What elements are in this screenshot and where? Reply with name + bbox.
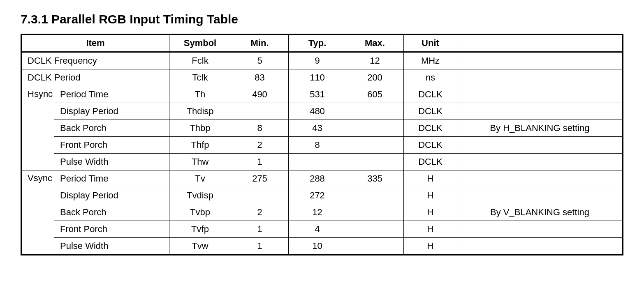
cell-max <box>346 120 404 137</box>
cell-note: By V_BLANKING setting <box>457 204 623 221</box>
cell-min: 1 <box>231 221 289 238</box>
table-row: HsyncPeriod TimeTh490531605DCLK <box>21 86 623 103</box>
cell-typ: 8 <box>289 137 346 154</box>
table-header-row: Item Symbol Min. Typ. Max. Unit <box>21 35 623 52</box>
cell-symbol: Thw <box>169 154 231 170</box>
table-row: Pulse WidthTvw110H <box>21 238 623 255</box>
table-row: Display PeriodTvdisp272H <box>21 187 623 204</box>
cell-note <box>457 187 623 204</box>
table-row: Front PorchThfp28DCLK <box>21 137 623 154</box>
cell-note <box>457 238 623 255</box>
cell-unit: MHz <box>404 52 457 69</box>
col-note <box>457 35 623 52</box>
cell-symbol: Thbp <box>169 120 231 137</box>
cell-note: By H_BLANKING setting <box>457 120 623 137</box>
cell-typ: 531 <box>289 86 346 103</box>
col-symbol: Symbol <box>169 35 231 52</box>
cell-max: 335 <box>346 170 404 187</box>
cell-max: 200 <box>346 69 404 86</box>
cell-min: 1 <box>231 238 289 255</box>
cell-item: Front Porch <box>54 137 169 154</box>
cell-typ: 110 <box>289 69 346 86</box>
cell-min <box>231 103 289 120</box>
cell-symbol: Th <box>169 86 231 103</box>
table-row: Pulse WidthThw1DCLK <box>21 154 623 170</box>
cell-symbol: Tvdisp <box>169 187 231 204</box>
cell-note <box>457 170 623 187</box>
cell-max <box>346 238 404 255</box>
cell-item: Period Time <box>54 86 169 103</box>
cell-max <box>346 103 404 120</box>
cell-unit: H <box>404 204 457 221</box>
cell-note <box>457 137 623 154</box>
cell-symbol: Tvbp <box>169 204 231 221</box>
cell-typ: 272 <box>289 187 346 204</box>
timing-table: Item Symbol Min. Typ. Max. Unit DCLK Fre… <box>21 34 623 255</box>
cell-item: Back Porch <box>54 120 169 137</box>
cell-symbol: Tclk <box>169 69 231 86</box>
table-row: Front PorchTvfp14H <box>21 221 623 238</box>
cell-max <box>346 137 404 154</box>
col-max: Max. <box>346 35 404 52</box>
col-unit: Unit <box>404 35 457 52</box>
cell-symbol: Tvw <box>169 238 231 255</box>
col-item: Item <box>21 35 169 52</box>
cell-group: Vsync <box>21 170 54 255</box>
cell-typ <box>289 154 346 170</box>
cell-unit: H <box>404 170 457 187</box>
cell-item: Pulse Width <box>54 154 169 170</box>
cell-typ: 43 <box>289 120 346 137</box>
cell-unit: DCLK <box>404 120 457 137</box>
cell-symbol: Tv <box>169 170 231 187</box>
cell-typ: 9 <box>289 52 346 69</box>
table-row: VsyncPeriod TimeTv275288335H <box>21 170 623 187</box>
col-min: Min. <box>231 35 289 52</box>
cell-note <box>457 86 623 103</box>
table-row: DCLK PeriodTclk83110200ns <box>21 69 623 86</box>
cell-typ: 10 <box>289 238 346 255</box>
cell-typ: 4 <box>289 221 346 238</box>
col-typ: Typ. <box>289 35 346 52</box>
table-row: Display PeriodThdisp480DCLK <box>21 103 623 120</box>
cell-item: DCLK Frequency <box>21 52 169 69</box>
cell-unit: DCLK <box>404 154 457 170</box>
cell-unit: ns <box>404 69 457 86</box>
cell-symbol: Tvfp <box>169 221 231 238</box>
cell-symbol: Thfp <box>169 137 231 154</box>
cell-min <box>231 187 289 204</box>
cell-note <box>457 69 623 86</box>
cell-unit: DCLK <box>404 137 457 154</box>
cell-min: 1 <box>231 154 289 170</box>
cell-min: 2 <box>231 137 289 154</box>
cell-symbol: Thdisp <box>169 103 231 120</box>
cell-item: Display Period <box>54 187 169 204</box>
cell-unit: H <box>404 238 457 255</box>
cell-max <box>346 221 404 238</box>
cell-min: 83 <box>231 69 289 86</box>
cell-typ: 12 <box>289 204 346 221</box>
cell-unit: H <box>404 221 457 238</box>
cell-symbol: Fclk <box>169 52 231 69</box>
cell-item: Front Porch <box>54 221 169 238</box>
cell-item: Pulse Width <box>54 238 169 255</box>
cell-item: Back Porch <box>54 204 169 221</box>
cell-note <box>457 154 623 170</box>
cell-max <box>346 154 404 170</box>
section-title: 7.3.1 Parallel RGB Input Timing Table <box>21 12 623 26</box>
cell-item: Display Period <box>54 103 169 120</box>
cell-min: 8 <box>231 120 289 137</box>
cell-max: 12 <box>346 52 404 69</box>
cell-unit: DCLK <box>404 103 457 120</box>
cell-unit: H <box>404 187 457 204</box>
cell-min: 275 <box>231 170 289 187</box>
cell-note <box>457 221 623 238</box>
cell-item: DCLK Period <box>21 69 169 86</box>
cell-typ: 480 <box>289 103 346 120</box>
table-row: Back PorchTvbp212HBy V_BLANKING setting <box>21 204 623 221</box>
table-row: DCLK FrequencyFclk5912MHz <box>21 52 623 69</box>
cell-max <box>346 187 404 204</box>
cell-min: 2 <box>231 204 289 221</box>
cell-unit: DCLK <box>404 86 457 103</box>
cell-typ: 288 <box>289 170 346 187</box>
cell-max <box>346 204 404 221</box>
